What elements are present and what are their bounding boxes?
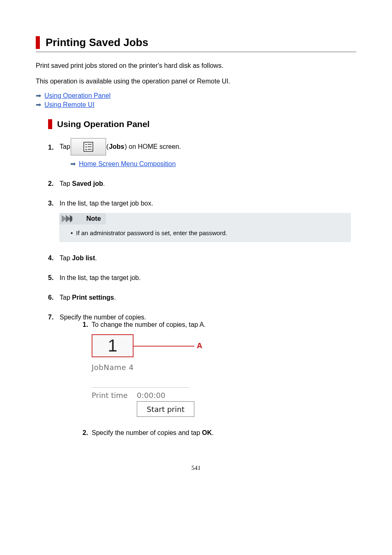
substep-2: Specify the number of copies and tap OK. xyxy=(83,429,356,437)
note-chevron-icon xyxy=(62,215,84,223)
substep-2-suffix: . xyxy=(212,429,214,436)
step-1-suffix1: ( xyxy=(106,143,108,150)
arrow-icon: ➡ xyxy=(70,161,76,167)
step-6-prefix: Tap xyxy=(60,294,72,301)
substep-2-bold: OK xyxy=(202,429,212,436)
title-divider xyxy=(36,51,356,52)
step-1: Tap (Jobs) on HOME screen. ➡ Home Screen… xyxy=(48,138,356,168)
step-6-suffix: . xyxy=(114,294,115,301)
step-4-prefix: Tap xyxy=(60,254,72,261)
step-2-prefix: Tap xyxy=(60,180,72,187)
note-title: Note xyxy=(86,215,101,222)
link-using-remote-ui[interactable]: Using Remote UI xyxy=(44,101,95,109)
start-print-button: Start print xyxy=(137,401,194,417)
job-name-label: JobName 4 xyxy=(92,363,198,372)
page-title: Printing Saved Jobs xyxy=(46,36,148,49)
step-3-text: In the list, tap the target job box. xyxy=(60,200,153,207)
step-6-bold: Print settings xyxy=(72,294,114,301)
step-2-bold: Saved job xyxy=(72,180,103,187)
step-5: In the list, tap the target job. xyxy=(48,274,356,282)
link-using-operation-panel[interactable]: Using Operation Panel xyxy=(44,92,111,99)
intro-1: Print saved print jobs stored on the pri… xyxy=(36,61,356,70)
copies-value-box: 1 xyxy=(92,334,134,357)
step-1-suffix2: ) on HOME screen. xyxy=(125,143,181,150)
step-4-bold: Job list xyxy=(72,254,95,261)
intro-2: This operation is available using the op… xyxy=(36,77,356,86)
step-4: Tap Job list. xyxy=(48,254,356,262)
print-time-label: Print time xyxy=(92,391,137,400)
step-2: Tap Saved job. xyxy=(48,180,356,187)
page-number: 541 xyxy=(36,465,356,472)
print-time-value: 0:00:00 xyxy=(137,391,165,400)
step-1-bold: Jobs xyxy=(109,143,124,150)
link-home-screen-menu[interactable]: Home Screen Menu Composition xyxy=(79,160,176,168)
note-body-text: If an administrator password is set, ent… xyxy=(71,229,347,236)
arrow-icon: ➡ xyxy=(36,92,41,99)
callout-marker-a: A xyxy=(197,342,202,350)
step-1-prefix: Tap xyxy=(60,143,70,150)
callout-line xyxy=(134,346,194,347)
step-2-suffix: . xyxy=(103,180,105,187)
arrow-icon: ➡ xyxy=(36,102,41,108)
substep-1-text: To change the number of copies, tap A. xyxy=(92,321,206,328)
jobs-icon xyxy=(71,138,106,155)
substep-2-prefix: Specify the number of copies and tap xyxy=(92,429,202,436)
section-heading: Using Operation Panel xyxy=(57,119,150,129)
substep-1: To change the number of copies, tap A. 1… xyxy=(83,321,356,417)
step-7: Specify the number of copies. To change … xyxy=(48,314,356,437)
step-3: In the list, tap the target job box. Not… xyxy=(48,200,356,242)
step-5-text: In the list, tap the target job. xyxy=(60,274,141,281)
step-7-text: Specify the number of copies. xyxy=(60,314,146,321)
screen-divider xyxy=(92,387,189,388)
step-6: Tap Print settings. xyxy=(48,294,356,301)
step-4-suffix: . xyxy=(95,254,97,261)
note-box: Note If an administrator password is set… xyxy=(59,213,351,242)
device-screenshot: 1 A JobName 4 Print time 0:00:00 Start p… xyxy=(92,334,198,417)
